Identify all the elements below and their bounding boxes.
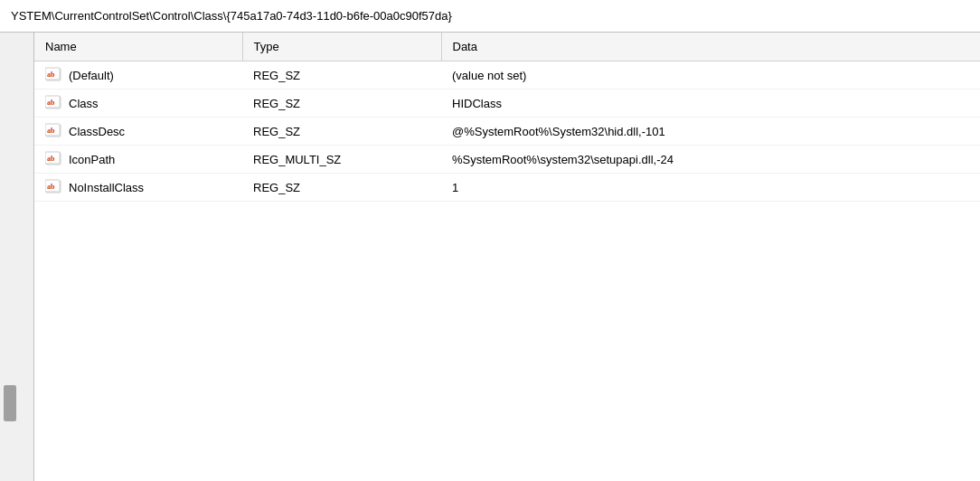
ab-icon: ab xyxy=(45,151,63,167)
svg-text:ab: ab xyxy=(47,71,55,79)
cell-type: REG_SZ xyxy=(242,61,441,90)
svg-text:ab: ab xyxy=(47,183,55,191)
table-body: ab (Default) REG_SZ(value not set) ab Cl… xyxy=(34,61,980,202)
cell-data: (value not set) xyxy=(441,61,980,90)
table-row[interactable]: ab Class REG_SZHIDClass xyxy=(34,90,980,118)
table-row[interactable]: ab ClassDesc REG_SZ@%SystemRoot%\System3… xyxy=(34,118,980,146)
cell-data: HIDClass xyxy=(441,90,980,118)
registry-table: Name Type Data ab (Default) REG_SZ(value… xyxy=(34,33,980,202)
cell-name: ab ClassDesc xyxy=(34,118,242,146)
left-panel xyxy=(0,33,34,481)
address-bar-text: YSTEM\CurrentControlSet\Control\Class\{7… xyxy=(11,9,452,23)
row-name-text: NoInstallClass xyxy=(69,181,144,194)
svg-text:ab: ab xyxy=(47,155,55,163)
ab-icon: ab xyxy=(45,95,63,111)
table-row[interactable]: ab (Default) REG_SZ(value not set) xyxy=(34,61,980,90)
scrollbar-thumb[interactable] xyxy=(4,385,16,421)
cell-data: @%SystemRoot%\System32\hid.dll,-101 xyxy=(441,118,980,146)
cell-name: ab NoInstallClass xyxy=(34,174,242,202)
cell-name: ab Class xyxy=(34,90,242,118)
cell-type: REG_SZ xyxy=(242,174,441,202)
column-header-name[interactable]: Name xyxy=(34,33,242,61)
column-header-type[interactable]: Type xyxy=(242,33,441,61)
main-content: Name Type Data ab (Default) REG_SZ(value… xyxy=(0,33,980,481)
cell-data: %SystemRoot%\system32\setupapi.dll,-24 xyxy=(441,146,980,174)
svg-text:ab: ab xyxy=(47,127,55,135)
svg-text:ab: ab xyxy=(47,99,55,107)
cell-type: REG_SZ xyxy=(242,90,441,118)
cell-type: REG_SZ xyxy=(242,118,441,146)
row-name-text: Class xyxy=(69,97,99,110)
ab-icon: ab xyxy=(45,67,63,83)
cell-name: ab (Default) xyxy=(34,61,242,90)
table-row[interactable]: ab NoInstallClass REG_SZ1 xyxy=(34,174,980,202)
row-name-text: (Default) xyxy=(69,69,114,82)
cell-name: ab IconPath xyxy=(34,146,242,174)
cell-data: 1 xyxy=(441,174,980,202)
table-row[interactable]: ab IconPath REG_MULTI_SZ%SystemRoot%\sys… xyxy=(34,146,980,174)
column-header-data[interactable]: Data xyxy=(441,33,980,61)
row-name-text: IconPath xyxy=(69,153,115,166)
ab-icon: ab xyxy=(45,179,63,195)
row-name-text: ClassDesc xyxy=(69,125,125,138)
registry-panel[interactable]: Name Type Data ab (Default) REG_SZ(value… xyxy=(34,33,980,481)
table-header-row: Name Type Data xyxy=(34,33,980,61)
ab-icon: ab xyxy=(45,123,63,139)
address-bar: YSTEM\CurrentControlSet\Control\Class\{7… xyxy=(0,0,980,33)
cell-type: REG_MULTI_SZ xyxy=(242,146,441,174)
